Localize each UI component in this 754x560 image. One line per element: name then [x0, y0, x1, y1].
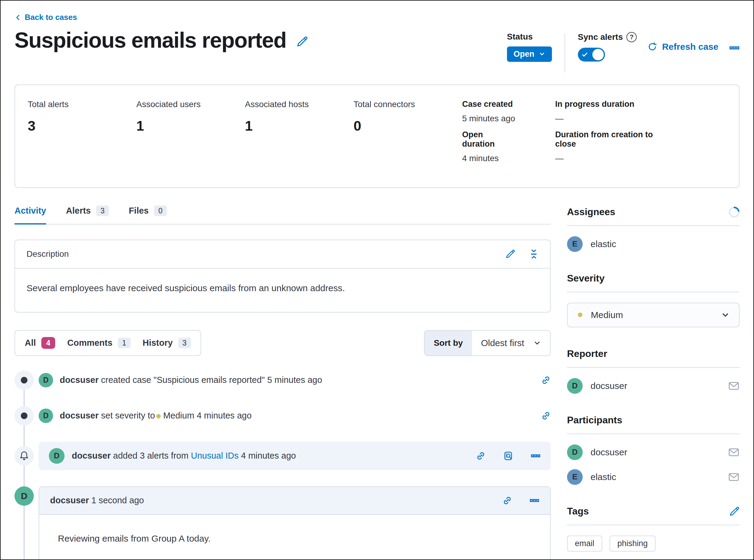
sync-alerts-label: Sync alerts [578, 32, 623, 42]
refresh-case-button[interactable]: Refresh case [648, 42, 718, 52]
chevron-down-icon [533, 339, 541, 347]
avatar: D [567, 444, 583, 460]
assignees-title: Assignees [567, 206, 615, 218]
filter-history[interactable]: History 3 [143, 338, 191, 348]
chevron-down-icon [539, 51, 545, 57]
severity-medium-dot [578, 313, 583, 317]
history-count-badge: 3 [178, 338, 191, 348]
toggle-knob [592, 49, 604, 60]
tags-section: Tags email phishing [567, 505, 739, 552]
status-value: Open [514, 49, 534, 59]
edit-description-pencil-icon[interactable] [506, 249, 515, 259]
sort-order-select[interactable]: Sort by Oldest first [424, 330, 551, 356]
edit-tags-pencil-icon[interactable] [729, 506, 739, 517]
tab-activity[interactable]: Activity [15, 205, 46, 224]
collapse-description-fold-icon[interactable] [529, 249, 539, 259]
page-title: Suspicious emails reported [15, 28, 286, 53]
description-title: Description [26, 249, 69, 259]
comment-card: docsuser 1 second ago Reviewing emails [39, 486, 551, 560]
participant-row: D docsuser [567, 444, 739, 460]
comments-count-badge: 1 [118, 338, 130, 348]
comment-actions-ellipsis-icon[interactable] [530, 496, 539, 505]
avatar: D [39, 373, 53, 387]
sync-alerts-help-icon[interactable]: ? [627, 32, 637, 42]
tag-badge: email [567, 536, 602, 552]
participant-name: docsuser [591, 447, 627, 457]
copy-link-icon[interactable] [476, 451, 486, 461]
back-to-cases-label: Back to cases [25, 13, 77, 22]
filter-comments[interactable]: Comments 1 [67, 338, 130, 348]
email-icon[interactable] [728, 380, 739, 392]
sync-alerts-group: Sync alerts ? [578, 32, 637, 62]
metric-durations-left: Case created 5 minutes ago Open duration… [462, 100, 516, 170]
participant-row: E elastic [567, 469, 739, 485]
avatar: D [39, 408, 53, 423]
reporter-row: D docsuser [567, 378, 739, 394]
case-detail-page: Back to cases Suspicious emails reported… [0, 0, 754, 560]
description-card: Description Several employees have recei… [15, 240, 551, 313]
participant-name: elastic [591, 472, 616, 482]
copy-link-icon[interactable] [541, 411, 551, 421]
sort-value: Oldest first [481, 338, 524, 348]
tag-badge: phishing [610, 536, 656, 552]
tab-alerts[interactable]: Alerts 3 [66, 205, 109, 224]
status-label: Status [507, 32, 552, 42]
copy-link-icon[interactable] [503, 496, 512, 505]
severity-value: Medium [591, 310, 623, 320]
activity-item-alerts-added: D docsuser added 3 alerts from Unusual I… [15, 442, 551, 470]
avatar: E [567, 469, 583, 485]
reporter-name: docsuser [591, 381, 627, 391]
email-icon[interactable] [728, 446, 739, 458]
copy-link-icon[interactable] [541, 375, 551, 385]
bell-icon [19, 451, 29, 461]
participants-title: Participants [567, 415, 622, 426]
activity-item-severity: D docsuser set severity toMedium 4 minut… [15, 406, 551, 425]
activity-item-created: D docsuser created case "Suspicious emai… [15, 371, 551, 390]
edit-title-pencil-icon[interactable] [297, 33, 308, 47]
status-open-button[interactable]: Open [507, 46, 552, 62]
tab-files[interactable]: Files 0 [129, 205, 167, 224]
refresh-icon [648, 42, 657, 52]
sync-alerts-toggle[interactable] [578, 48, 605, 62]
alerts-added-row: D docsuser added 3 alerts from Unusual I… [39, 442, 551, 470]
severity-select[interactable]: Medium [567, 303, 739, 327]
investigate-in-timeline-icon[interactable] [503, 451, 513, 461]
severity-medium-dot [156, 414, 161, 419]
case-tabs: Activity Alerts 3 Files 0 [15, 205, 551, 224]
activity-timeline: D docsuser created case "Suspicious emai… [15, 371, 551, 560]
header-divider [565, 33, 565, 73]
case-actions-ellipsis-icon[interactable] [729, 43, 739, 53]
alerts-count-badge: 3 [96, 205, 109, 216]
assignee-row: E elastic [567, 236, 739, 252]
unusual-ids-link[interactable]: Unusual IDs [191, 451, 239, 460]
sort-by-label: Sort by [425, 331, 472, 356]
tags-title: Tags [567, 506, 589, 517]
check-icon [582, 51, 588, 58]
metric-total-connectors: Total connectors 0 [353, 100, 462, 170]
avatar: D [49, 448, 64, 464]
activity-item-comment: D docsuser 1 second ago [15, 486, 551, 560]
filter-all[interactable]: All 4 [25, 337, 55, 349]
case-metrics-panel: Total alerts 3 Associated users 1 Associ… [15, 84, 739, 188]
reporter-title: Reporter [567, 348, 607, 359]
all-count-badge: 4 [41, 337, 55, 349]
comment-body: Reviewing emails from Group A today. [39, 515, 550, 560]
status-group: Status Open [507, 32, 552, 62]
severity-title: Severity [567, 273, 605, 284]
refresh-case-label: Refresh case [662, 42, 718, 52]
alert-actions-ellipsis-icon[interactable] [531, 451, 541, 461]
metric-associated-hosts: Associated hosts 1 [245, 100, 353, 170]
timeline-bell-marker [15, 446, 34, 465]
chevron-down-icon [721, 311, 730, 320]
loading-spinner [727, 204, 742, 220]
timeline-dot-marker [15, 371, 34, 390]
activity-filter-group: All 4 Comments 1 History 3 [15, 330, 201, 356]
back-to-cases-link[interactable]: Back to cases [15, 13, 77, 22]
description-body: Several employees have received suspicio… [15, 268, 550, 312]
files-count-badge: 0 [154, 205, 167, 216]
avatar: D [15, 486, 34, 506]
email-icon[interactable] [728, 471, 739, 483]
severity-section: Severity Medium [567, 272, 739, 327]
chevron-left-icon [15, 14, 22, 21]
metric-total-alerts: Total alerts 3 [28, 100, 136, 170]
